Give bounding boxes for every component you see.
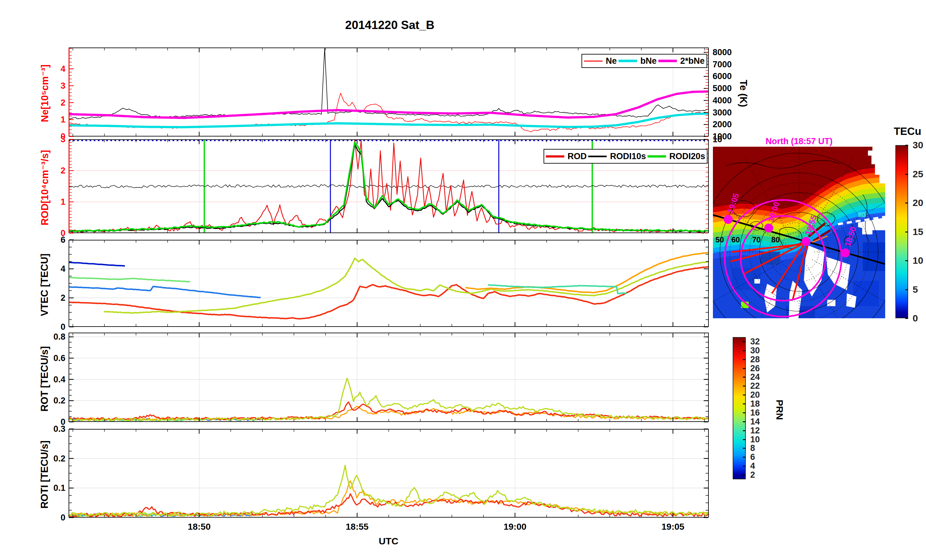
rod-ytick-label: 3: [61, 135, 65, 144]
legend-item-rodi20s: RODI20s: [648, 151, 705, 161]
utc-xtick-label: 19:05: [661, 522, 684, 531]
prn-tick: [743, 421, 746, 422]
prn-tick: [743, 412, 746, 413]
rod-right-ytick-label: 10: [713, 135, 722, 144]
prn-tick-label: 4: [750, 462, 755, 471]
ne-axis-label: Ne[10⁵cm⁻³]: [39, 45, 51, 141]
tecu-tick: [905, 318, 908, 319]
vtec-ytick-label: 4: [61, 265, 65, 273]
legend-item-bne: bNe: [619, 56, 657, 66]
rodi20s-line-swatch: [648, 155, 666, 157]
prn-tick-label: 22: [750, 382, 760, 390]
rot-ytick-label: 0.8: [53, 333, 65, 341]
utc-xtick-label: 19:00: [504, 522, 527, 531]
map-latitude-label: 60: [731, 235, 740, 244]
map-latitude-label: 80: [771, 235, 780, 244]
tecu-tick-label: 15: [912, 227, 923, 237]
prn-tick: [743, 430, 746, 431]
roti-ytick-label: 0.3: [53, 425, 65, 433]
legend-item-2bne: 2*bNe: [658, 56, 705, 66]
prn-tick: [743, 368, 746, 369]
ne-right-ytick-label: 2000: [713, 120, 732, 129]
prn-tick-label: 10: [750, 435, 760, 443]
tecu-tick: [905, 289, 908, 290]
utc-xtick-label: 18:55: [346, 522, 369, 531]
roti-axis-label: ROTI [TECU/s]: [39, 427, 50, 522]
prn-tick-label: 6: [750, 453, 755, 462]
rot-axis-label: ROT [TECU/s]: [39, 331, 50, 427]
utc-xtick-label: 18:50: [188, 522, 211, 531]
figure-title: 20141220 Sat_B: [345, 18, 434, 32]
tecu-tick-label: 0: [912, 313, 918, 323]
rot-ytick-label: 0.6: [53, 354, 65, 363]
map-latitude-label: 70: [752, 235, 761, 244]
prn-tick: [743, 359, 746, 360]
map-title: North (18:57 UT): [766, 136, 832, 146]
ne-right-ytick-label: 6000: [713, 72, 732, 81]
2bne-line-swatch: [658, 60, 677, 62]
prn-tick: [743, 466, 746, 466]
prn-tick: [743, 377, 746, 378]
rod-legend-label: ROD: [567, 151, 587, 161]
bne-legend-label: bNe: [640, 56, 657, 66]
ne-right-ytick-label: 8000: [713, 48, 732, 57]
figure-root: 20141220 Sat_B Ne[10⁵cm⁻³] ROD[10⁴cm⁻³/s…: [0, 0, 926, 560]
te-axis-label: Te (K): [737, 68, 749, 119]
ne-ytick-label: 1: [61, 115, 65, 124]
rot-ytick-label: 0.4: [53, 375, 65, 384]
prn-tick: [743, 386, 746, 386]
ne-right-ytick-label: 3000: [713, 108, 732, 117]
prn-tick: [743, 457, 746, 458]
legend-item-rod: ROD: [546, 151, 587, 161]
prn-tick: [743, 448, 746, 449]
prn-tick-label: 30: [750, 346, 760, 355]
prn-tick: [743, 403, 746, 404]
vtec-ytick-label: 6: [61, 236, 65, 244]
prn-tick-label: 16: [750, 408, 760, 417]
tecu-tick-label: 20: [912, 198, 923, 207]
prn-tick: [743, 341, 746, 342]
legend-item-rodi10s: RODI10s: [588, 151, 646, 161]
map-latitude-label: 50: [716, 235, 724, 244]
prn-tick-label: 32: [750, 337, 760, 346]
tecu-tick: [905, 260, 908, 261]
utc-axis-label: UTC: [378, 536, 398, 546]
tecu-colorbar-title: TECu: [894, 125, 921, 138]
rodi20s-legend-label: RODI20s: [669, 151, 705, 161]
rod-line-swatch: [546, 155, 564, 157]
prn-colorbar: [733, 337, 746, 479]
prn-tick-label: 26: [750, 364, 760, 372]
prn-tick-label: 14: [750, 417, 760, 426]
tecu-tick-label: 10: [912, 256, 923, 265]
prn-tick-label: 2: [750, 471, 755, 479]
prn-tick-label: 28: [750, 355, 760, 363]
ne-legend-label: Ne: [606, 56, 617, 66]
tecu-tick-label: 25: [912, 170, 923, 179]
tecu-tick-label: 5: [912, 285, 918, 294]
tecu-tick: [905, 232, 908, 233]
ne-right-ytick-label: 4000: [713, 96, 732, 104]
rod-ytick-label: 2: [61, 166, 65, 175]
2bne-legend-label: 2*bNe: [680, 56, 705, 66]
ne-ytick-label: 2: [61, 98, 65, 107]
prn-tick: [743, 439, 746, 440]
prn-tick: [743, 475, 746, 475]
prn-tick: [743, 395, 746, 395]
bne-line-swatch: [619, 60, 637, 62]
prn-tick-label: 24: [750, 373, 760, 381]
roti-ytick-label: 0.2: [53, 454, 65, 463]
tecu-tick: [905, 203, 908, 203]
tecu-tick-label: 30: [912, 140, 923, 150]
rod-ytick-label: 1: [61, 198, 65, 206]
vtec-ytick-label: 0: [61, 323, 65, 331]
ne-right-ytick-label: 5000: [713, 84, 732, 93]
prn-tick-label: 20: [750, 390, 760, 399]
rodi10s-legend-label: RODI10s: [610, 151, 646, 161]
prn-colorbar-label: PRN: [774, 400, 785, 420]
tecu-tick: [905, 145, 908, 146]
rot-panel-plot: [68, 333, 710, 423]
ne-right-ytick-label: 7000: [713, 60, 732, 68]
ne-legend: Ne bNe 2*bNe: [581, 54, 707, 68]
rot-ytick-label: 0.2: [53, 397, 65, 405]
roti-ytick-label: 0.1: [53, 484, 65, 492]
